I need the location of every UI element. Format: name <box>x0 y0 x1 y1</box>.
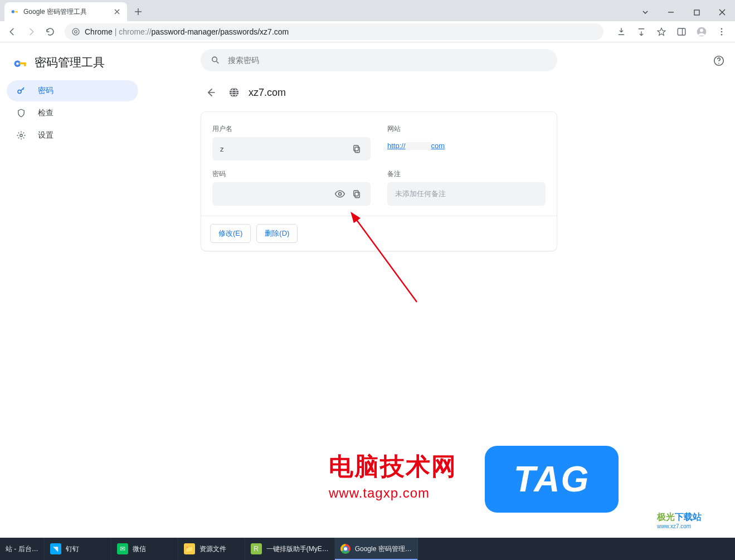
sidebar-item-label: 检查 <box>38 108 53 118</box>
svg-point-19 <box>212 57 217 62</box>
globe-icon <box>227 86 241 99</box>
omnibox-url: Chrome | chrome://password-manager/passw… <box>85 27 289 36</box>
sidepanel-icon[interactable] <box>673 23 690 41</box>
svg-rect-22 <box>355 147 359 153</box>
svg-rect-6 <box>678 28 685 35</box>
sidebar-item-checkup[interactable]: 检查 <box>7 103 138 124</box>
website-label: 网站 <box>387 124 546 134</box>
svg-point-14 <box>16 62 19 65</box>
search-input[interactable] <box>201 49 557 71</box>
notes-field: 备注 未添加任何备注 <box>387 169 546 206</box>
browser-titlebar: Google 密码管理工具 <box>0 0 735 21</box>
watermark-text: 电脑技术网 www.tagxp.com <box>329 450 457 501</box>
page-header: xz7.com <box>202 84 684 101</box>
svg-rect-25 <box>355 192 359 198</box>
username-value: z <box>220 145 348 153</box>
shield-icon <box>16 108 27 118</box>
taskbar-item-dingtalk[interactable]: ◥ 钉钉 <box>45 538 111 560</box>
svg-point-18 <box>20 134 23 137</box>
app-icon: R <box>251 543 262 554</box>
close-icon[interactable] <box>113 7 121 16</box>
install-icon[interactable] <box>612 23 630 41</box>
browser-tab[interactable]: Google 密码管理工具 <box>4 2 127 21</box>
svg-point-10 <box>721 28 723 30</box>
folder-icon: 📁 <box>184 543 195 554</box>
svg-rect-2 <box>17 11 17 13</box>
svg-point-11 <box>721 31 723 32</box>
share-icon[interactable] <box>632 23 650 41</box>
copy-username-button[interactable] <box>348 140 365 157</box>
taskbar-item-chrome[interactable]: Google 密码管理… <box>335 538 418 560</box>
new-tab-button[interactable] <box>130 4 146 20</box>
nav-forward-button[interactable] <box>23 24 39 40</box>
website-link[interactable]: http:// <box>387 142 406 150</box>
website-link-suffix[interactable]: com <box>431 142 445 150</box>
svg-rect-3 <box>694 10 699 15</box>
domain-title: xz7.com <box>249 87 286 99</box>
dingtalk-icon: ◥ <box>50 543 61 554</box>
username-label: 用户名 <box>212 124 371 134</box>
search-icon <box>211 55 220 65</box>
bookmark-icon[interactable] <box>653 23 670 41</box>
nav-back-button[interactable] <box>4 24 20 40</box>
password-field: 密码 <box>212 169 371 206</box>
sidebar: 密码管理工具 密码 检查 设置 <box>0 42 145 538</box>
window-dropdown-button[interactable] <box>632 3 658 21</box>
key-icon <box>16 86 27 96</box>
page-back-button[interactable] <box>202 84 220 101</box>
taskbar-item-typeset[interactable]: R 一键排版助手(MyE… <box>245 538 335 560</box>
wechat-icon: ✉ <box>117 543 128 554</box>
profile-icon[interactable] <box>693 23 710 41</box>
taskbar-item[interactable]: 站 - 后台… <box>0 538 45 560</box>
window-controls <box>632 3 735 21</box>
key-logo-icon <box>12 55 28 70</box>
svg-point-24 <box>339 193 342 196</box>
taskbar-item-wechat[interactable]: ✉ 微信 <box>111 538 178 560</box>
help-icon[interactable] <box>713 55 725 67</box>
svg-rect-26 <box>354 191 358 196</box>
sidebar-item-settings[interactable]: 设置 <box>7 125 138 146</box>
sidebar-item-label: 密码 <box>38 86 53 96</box>
notes-label: 备注 <box>387 169 546 179</box>
svg-point-28 <box>718 63 719 64</box>
app-title-text: 密码管理工具 <box>35 55 105 70</box>
password-label: 密码 <box>212 169 371 179</box>
username-field: 用户名 z <box>212 124 371 160</box>
show-password-button[interactable] <box>332 186 348 202</box>
password-card: 用户名 z 网站 http://com 密码 <box>201 111 557 251</box>
copy-password-button[interactable] <box>348 186 365 202</box>
notes-placeholder: 未添加任何备注 <box>395 189 540 199</box>
svg-rect-16 <box>24 62 26 66</box>
taskbar: 站 - 后台… ◥ 钉钉 ✉ 微信 📁 资源文件 R 一键排版助手(MyE… G… <box>0 538 735 560</box>
sidebar-item-label: 设置 <box>38 130 53 140</box>
nav-reload-button[interactable] <box>42 24 58 40</box>
taskbar-item-explorer[interactable]: 📁 资源文件 <box>178 538 245 560</box>
watermark-corner: 极光下载站 www.xz7.com <box>657 512 735 535</box>
chrome-icon <box>71 27 80 36</box>
svg-rect-23 <box>354 145 358 151</box>
menu-icon[interactable] <box>713 23 731 41</box>
website-field: 网站 http://com <box>387 124 546 160</box>
address-bar: Chrome | chrome://password-manager/passw… <box>0 21 735 42</box>
window-maximize-button[interactable] <box>684 3 709 21</box>
edit-button[interactable]: 修改(E) <box>210 224 251 243</box>
omnibox[interactable]: Chrome | chrome://password-manager/passw… <box>65 23 603 40</box>
tab-title: Google 密码管理工具 <box>23 7 108 17</box>
window-close-button[interactable] <box>709 3 735 21</box>
card-footer: 修改(E) 删除(D) <box>201 216 557 251</box>
sidebar-item-passwords[interactable]: 密码 <box>7 80 138 101</box>
delete-button[interactable]: 删除(D) <box>256 224 298 243</box>
app-title: 密码管理工具 <box>7 50 138 80</box>
svg-point-12 <box>721 33 723 35</box>
website-masked <box>406 142 431 150</box>
gear-icon <box>16 130 27 140</box>
window-minimize-button[interactable] <box>658 3 684 21</box>
chrome-icon <box>340 544 351 554</box>
svg-point-5 <box>75 30 77 33</box>
search-field[interactable] <box>228 56 547 65</box>
svg-point-4 <box>72 28 79 35</box>
key-icon <box>10 7 19 16</box>
svg-point-9 <box>700 28 703 32</box>
watermark-tag: TAG <box>485 446 619 513</box>
